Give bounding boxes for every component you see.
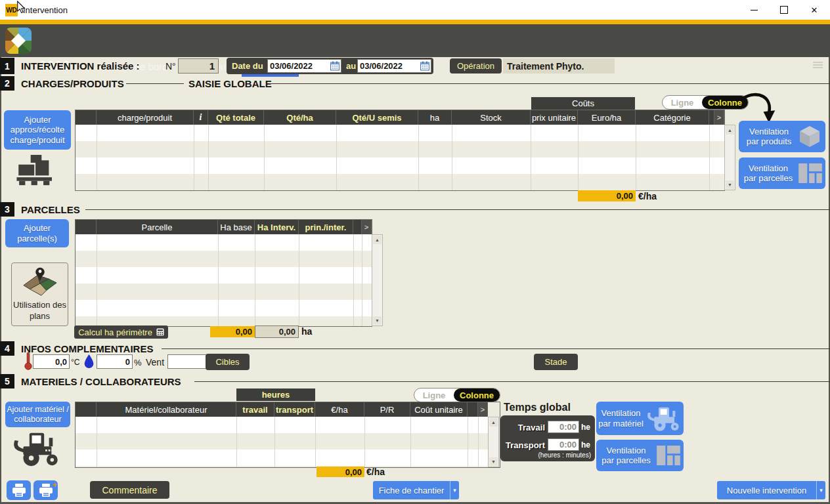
nouvelle-intervention-button[interactable]: Nouvelle intervention ▾ <box>717 481 825 499</box>
mouse-cursor <box>16 1 26 14</box>
more-columns-button[interactable]: > <box>714 110 724 125</box>
col-select[interactable] <box>76 220 97 234</box>
ventilation-parcelles-materiel-button[interactable]: Ventilation par parcelles <box>596 440 684 471</box>
temps-global-title: Temps global <box>504 402 571 413</box>
add-charge-produit-button[interactable]: Ajouter appros/récolte charge/produit <box>4 110 71 150</box>
toggle-colonne[interactable]: Colonne <box>454 388 500 402</box>
minimize-button[interactable] <box>741 0 767 20</box>
section-5-number: 5 <box>0 374 14 388</box>
dropdown-arrow-icon[interactable]: ▾ <box>450 481 459 499</box>
col-qte-ha[interactable]: Qté/ha <box>264 110 336 125</box>
col-select[interactable] <box>76 110 97 125</box>
nouvelle-intervention-label[interactable]: Nouvelle intervention <box>717 481 816 499</box>
total-ha-base: 0,00 <box>210 326 255 337</box>
fiche-de-chantier-label[interactable]: Fiche de chantier <box>373 481 450 499</box>
date-to-field[interactable] <box>357 59 431 73</box>
droplet-icon <box>84 354 94 368</box>
add-materiel-button[interactable]: Ajouter matériel / collaborateur <box>5 402 70 427</box>
maximize-icon <box>780 6 788 14</box>
ventilation-produits-button[interactable]: Ventilation par produits <box>739 121 825 152</box>
calendar-icon[interactable] <box>330 61 339 71</box>
cube-icon <box>798 125 821 148</box>
scroll-up-icon[interactable]: ▲ <box>489 418 498 427</box>
menu-icon[interactable] <box>813 62 823 70</box>
col-ha[interactable]: ha <box>418 110 452 125</box>
transport-time-field[interactable] <box>548 438 579 451</box>
scroll-down-icon[interactable]: ▼ <box>726 180 734 189</box>
add-parcelle-button[interactable]: Ajouter parcelle(s) <box>5 219 69 247</box>
col-stock[interactable]: Stock <box>452 110 531 125</box>
utilisation-plans-button[interactable]: Utilisation des plans <box>11 262 68 326</box>
col-prin-inter[interactable]: prin./inter. <box>299 220 353 234</box>
transport-time-input[interactable] <box>548 439 579 450</box>
cibles-button[interactable]: Cibles <box>206 354 250 370</box>
calendar-icon[interactable] <box>420 61 429 71</box>
charges-scrollbar[interactable]: ▲ ▼ <box>724 125 735 190</box>
date-from-field[interactable] <box>267 59 341 73</box>
col-ha-base[interactable]: Ha base <box>218 220 255 234</box>
date-from-input[interactable] <box>268 60 330 72</box>
parcelles-grid-icon <box>798 163 822 183</box>
tractor-light-icon <box>645 406 682 432</box>
close-button[interactable]: ✕ <box>801 0 827 20</box>
fiche-de-chantier-button[interactable]: Fiche de chantier ▾ <box>373 481 459 499</box>
calcul-ha-perimetre-button[interactable]: Calcul ha périmètre <box>74 326 168 339</box>
scroll-down-icon[interactable]: ▼ <box>373 316 382 325</box>
charges-table-body[interactable] <box>76 125 724 190</box>
col-materiel[interactable]: Matériel/collaborateur <box>97 402 236 417</box>
col-prix-unitaire[interactable]: prix unitaire <box>531 110 578 125</box>
col-pr[interactable]: P/R <box>364 402 410 417</box>
operation-button[interactable]: Opération <box>450 58 502 74</box>
info-icon[interactable]: i <box>194 110 208 125</box>
section-2-subtitle: SAISIE GLOBALE <box>188 78 272 89</box>
print-button[interactable] <box>7 480 31 500</box>
commentaire-button[interactable]: Commentaire <box>90 481 169 499</box>
charges-table: charge/produit i Qté totale Qté/ha Qté/U… <box>76 110 735 190</box>
col-categorie[interactable]: Catégorie <box>636 110 709 125</box>
operation-value-field[interactable]: Traitement Phyto. <box>503 58 615 74</box>
ventilation-parcelles-button[interactable]: Ventilation par parcelles <box>739 158 825 189</box>
temps-global-panel: Travail he Transport he (heures : minute… <box>500 415 595 461</box>
scroll-up-icon[interactable]: ▲ <box>726 126 734 135</box>
scroll-down-icon[interactable]: ▼ <box>489 457 498 466</box>
col-cout-unitaire[interactable]: Coût unitaire <box>410 402 468 417</box>
toggle-ligne[interactable]: Ligne <box>414 388 454 402</box>
ventilation-materiel-button[interactable]: Ventilation par matériel <box>596 402 684 435</box>
numero-field[interactable]: 1 <box>178 58 219 74</box>
app-logo <box>5 28 32 54</box>
divider <box>162 348 830 349</box>
stade-button[interactable]: Stade <box>534 354 578 370</box>
col-parcelle[interactable]: Parcelle <box>97 220 218 234</box>
travail-time-input[interactable] <box>548 421 579 432</box>
col-qte-totale[interactable]: Qté totale <box>208 110 264 125</box>
parcelles-table-body[interactable] <box>76 234 372 326</box>
maximize-button[interactable] <box>771 0 797 20</box>
date-du-label: Date du <box>232 61 263 71</box>
travail-time-field[interactable] <box>548 421 579 433</box>
col-qte-u-semis[interactable]: Qté/U semis <box>336 110 418 125</box>
more-columns-button[interactable]: > <box>478 402 488 417</box>
parcelles-scrollbar[interactable]: ▲ ▼ <box>372 234 383 326</box>
ligne-colonne-toggle-materiel[interactable]: Ligne Colonne <box>414 388 500 402</box>
more-columns-button[interactable]: > <box>362 220 372 234</box>
col-select[interactable] <box>76 402 97 417</box>
humidity-input[interactable] <box>97 355 132 368</box>
dropdown-arrow-icon[interactable]: ▾ <box>816 481 825 499</box>
ligne-colonne-toggle[interactable]: Ligne Colonne <box>662 95 749 110</box>
date-to-input[interactable] <box>358 60 420 72</box>
col-travail[interactable]: travail <box>236 402 274 417</box>
scroll-up-icon[interactable]: ▲ <box>373 236 382 244</box>
col-charge-produit[interactable]: charge/produit <box>97 110 194 125</box>
col-euro-ha[interactable]: Euro/ha <box>578 110 636 125</box>
temperature-field[interactable] <box>33 354 70 369</box>
materiels-scrollbar[interactable]: ▲ ▼ <box>488 417 499 467</box>
materiels-table-body[interactable] <box>76 417 488 467</box>
temperature-input[interactable] <box>33 355 69 368</box>
humidity-field[interactable] <box>97 354 133 369</box>
col-euro-ha[interactable]: €/ha <box>315 402 364 417</box>
col-transport[interactable]: transport <box>274 402 315 417</box>
print-plus-button[interactable]: + <box>33 480 58 500</box>
numero-label: N° <box>165 61 176 72</box>
col-ha-interv[interactable]: Ha Interv. <box>255 220 299 234</box>
toggle-ligne[interactable]: Ligne <box>663 96 702 109</box>
